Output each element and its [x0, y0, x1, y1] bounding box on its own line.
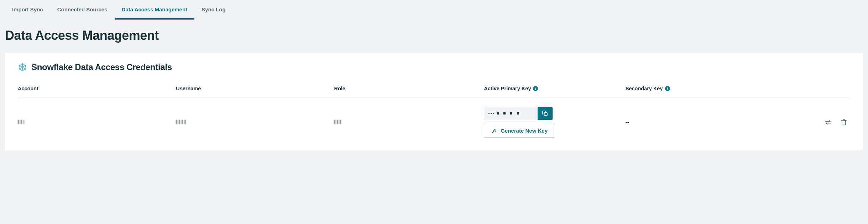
cell-secondary-key: --	[626, 98, 784, 144]
redacted-role	[334, 120, 343, 124]
swap-icon[interactable]	[825, 119, 832, 126]
key-icon	[491, 128, 497, 134]
tab-import-sync[interactable]: Import Sync	[5, 0, 50, 20]
snowflake-icon	[18, 63, 27, 72]
generate-new-key-button[interactable]: Generate New Key	[484, 124, 555, 138]
trash-icon[interactable]	[840, 119, 847, 126]
th-username: Username	[176, 86, 334, 98]
tab-data-access-management[interactable]: Data Access Management	[115, 0, 195, 20]
svg-rect-0	[544, 113, 547, 116]
primary-key-value	[484, 107, 538, 120]
credentials-card: Snowflake Data Access Credentials Accoun…	[5, 53, 863, 150]
tab-sync-log[interactable]: Sync Log	[194, 0, 233, 20]
th-account: Account	[18, 86, 176, 98]
credentials-table: Account Username Role Active Primary Key…	[18, 86, 850, 143]
card-header: Snowflake Data Access Credentials	[18, 62, 850, 72]
svg-point-1	[495, 130, 495, 131]
tab-connected-sources[interactable]: Connected Sources	[50, 0, 115, 20]
table-row: Generate New Key --	[18, 98, 850, 144]
generate-new-key-label: Generate New Key	[501, 128, 548, 134]
cell-actions	[784, 98, 850, 144]
cell-account	[18, 98, 176, 144]
th-role: Role	[334, 86, 484, 98]
cell-primary-key: Generate New Key	[484, 98, 625, 144]
th-secondary-key-label: Secondary Key	[626, 86, 663, 91]
th-actions	[784, 86, 850, 98]
page-title: Data Access Management	[0, 20, 868, 53]
th-primary-key-label: Active Primary Key	[484, 86, 531, 91]
copy-button[interactable]	[538, 107, 553, 120]
redacted-account	[18, 120, 24, 124]
info-icon[interactable]: i	[533, 86, 538, 91]
info-icon[interactable]: i	[665, 86, 670, 91]
th-primary-key: Active Primary Key i	[484, 86, 625, 98]
cell-role	[334, 98, 484, 144]
primary-key-box	[484, 107, 553, 120]
redacted-username	[176, 120, 187, 124]
th-secondary-key: Secondary Key i	[626, 86, 784, 98]
tabs-bar: Import Sync Connected Sources Data Acces…	[0, 0, 868, 20]
card-title: Snowflake Data Access Credentials	[31, 62, 172, 72]
cell-username	[176, 98, 334, 144]
